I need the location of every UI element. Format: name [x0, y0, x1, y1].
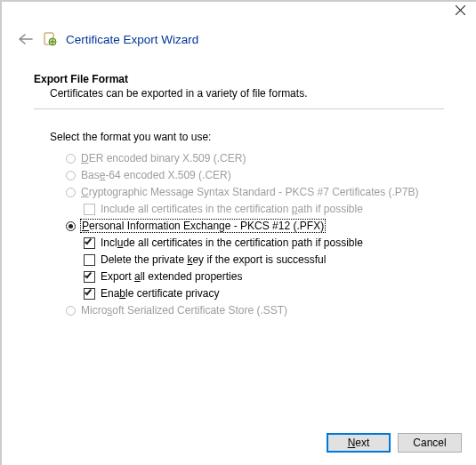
radio-der-label: DER encoded binary X.509 (.CER)	[81, 152, 246, 164]
radio-sst-label: Microsoft Serialized Certificate Store (…	[81, 304, 287, 317]
checkbox-icon[interactable]	[84, 288, 95, 300]
checkbox-icon	[84, 204, 95, 215]
radio-pfx-label: Personal Information Exchange - PKCS #12…	[81, 220, 325, 232]
radio-der: DER encoded binary X.509 (.CER)	[66, 152, 444, 164]
next-button[interactable]: Next	[327, 433, 391, 453]
close-icon[interactable]	[456, 5, 465, 18]
check-p7b-include: Include all certificates in the certific…	[84, 203, 444, 215]
radio-base64-label: Base-64 encoded X.509 (.CER)	[81, 169, 231, 181]
back-arrow-icon[interactable]	[16, 33, 34, 45]
radio-p7b-label: Cryptographic Message Syntax Standard - …	[81, 186, 419, 198]
wizard-title: Certificate Export Wizard	[66, 33, 198, 46]
format-prompt: Select the format you want to use:	[50, 131, 444, 143]
radio-p7b: Cryptographic Message Syntax Standard - …	[66, 186, 444, 198]
check-pfx-privacy-label: Enable certificate privacy	[101, 287, 219, 300]
check-pfx-delete-key-label: Delete the private key if the export is …	[101, 253, 326, 266]
cancel-button[interactable]: Cancel	[398, 433, 462, 453]
check-pfx-privacy[interactable]: Enable certificate privacy	[84, 287, 444, 300]
radio-icon	[66, 188, 76, 197]
radio-icon	[66, 154, 76, 164]
check-pfx-extended[interactable]: Export all extended properties	[84, 270, 444, 283]
checkbox-icon[interactable]	[84, 237, 95, 249]
check-pfx-delete-key[interactable]: Delete the private key if the export is …	[84, 253, 444, 266]
radio-icon[interactable]	[66, 221, 76, 231]
separator	[34, 108, 444, 109]
check-p7b-include-label: Include all certificates in the certific…	[101, 203, 363, 215]
checkbox-icon[interactable]	[84, 271, 95, 283]
checkbox-icon[interactable]	[84, 254, 95, 266]
section-heading: Export File Format	[34, 73, 444, 85]
section-subtext: Certificates can be exported in a variet…	[50, 87, 444, 100]
radio-icon	[66, 306, 76, 316]
check-pfx-include-label: Include all certificates in the certific…	[101, 237, 363, 249]
radio-base64: Base-64 encoded X.509 (.CER)	[66, 169, 444, 181]
check-pfx-extended-label: Export all extended properties	[101, 270, 242, 283]
radio-sst: Microsoft Serialized Certificate Store (…	[66, 304, 444, 317]
radio-pfx[interactable]: Personal Information Exchange - PKCS #12…	[66, 220, 444, 232]
wizard-icon	[43, 32, 57, 46]
check-pfx-include[interactable]: Include all certificates in the certific…	[84, 237, 444, 249]
radio-icon	[66, 171, 76, 180]
